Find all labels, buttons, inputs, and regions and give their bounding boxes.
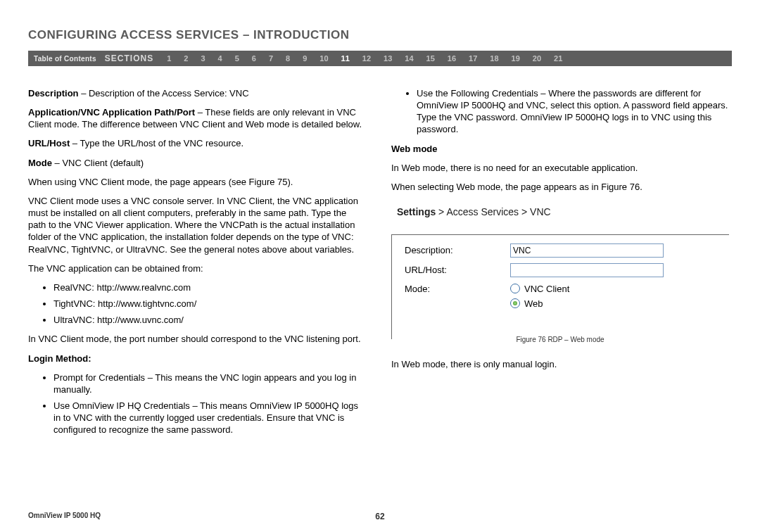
section-link-13[interactable]: 13: [377, 54, 398, 63]
section-link-15[interactable]: 15: [420, 54, 441, 63]
page-title: CONFIGURING ACCESS SERVICES – INTRODUCTI…: [28, 28, 732, 42]
settings-panel: Description: URL/Host: Mode:: [391, 234, 729, 339]
section-link-14[interactable]: 14: [398, 54, 419, 63]
settings-breadcrumb: Settings > Access Services > VNC: [391, 200, 729, 228]
radio-web[interactable]: Web: [510, 298, 569, 310]
web-mode-p1: In Web mode, there is no need for an exe…: [391, 162, 729, 174]
link-ultravnc: UltraVNC: http://www.uvnc.com/: [53, 314, 366, 326]
section-link-1[interactable]: 1: [160, 54, 177, 63]
para-obtain-from: The VNC application can be obtained from…: [28, 262, 366, 274]
figure-caption: Figure 76 RDP – Web mode: [391, 335, 729, 350]
para-figure-ref: When using VNC Client mode, the page app…: [28, 176, 366, 188]
description-label: Description:: [405, 244, 510, 256]
label-description: Description: [28, 88, 79, 99]
section-link-18[interactable]: 18: [483, 54, 505, 63]
label-app-path: Application/VNC Application Path/Port: [28, 107, 195, 118]
para-vnc-client-desc: VNC Client mode uses a VNC console serve…: [28, 195, 366, 255]
credentials-list: Use the Following Credentials – Where th…: [391, 87, 729, 136]
para-url-host: URL/Host – Type the URL/host of the VNC …: [28, 137, 366, 149]
section-link-5[interactable]: 5: [229, 54, 246, 63]
section-link-16[interactable]: 16: [441, 54, 462, 63]
para-app-path: Application/VNC Application Path/Port – …: [28, 106, 366, 130]
toc-link[interactable]: Table of Contents: [34, 55, 105, 63]
content-columns: Description – Description of the Access …: [28, 87, 732, 443]
footer-page-number: 62: [375, 512, 384, 521]
right-column: Use the Following Credentials – Where th…: [391, 87, 729, 443]
vnc-links-list: RealVNC: http://www.realvnc.com TightVNC…: [28, 281, 366, 326]
row-mode: Mode: VNC Client Web: [405, 283, 716, 312]
radio-label-web: Web: [524, 298, 543, 310]
link-tightvnc: TightVNC: http://www.tightvnc.com/: [53, 298, 366, 310]
row-description: Description:: [405, 243, 716, 258]
label-url-host: URL/Host: [28, 138, 70, 148]
section-link-11[interactable]: 11: [335, 54, 356, 63]
figure-76: Settings > Access Services > VNC Descrip…: [391, 200, 729, 350]
section-link-9[interactable]: 9: [296, 54, 313, 63]
para-mode: Mode – VNC Client (default): [28, 157, 366, 169]
document-page: CONFIGURING ACCESS SERVICES – INTRODUCTI…: [0, 0, 760, 532]
section-link-4[interactable]: 4: [212, 54, 229, 63]
section-link-20[interactable]: 20: [526, 54, 547, 63]
radio-vnc-client[interactable]: VNC Client: [510, 283, 569, 295]
web-mode-p2: When selecting Web mode, the page appear…: [391, 181, 729, 193]
login-omniview-item: Use OmniView IP HQ Credentials – This me…: [53, 400, 366, 436]
url-host-label: URL/Host:: [405, 264, 510, 276]
sections-label: SECTIONS: [105, 53, 160, 63]
login-prompt-item: Prompt for Credentials – This means the …: [53, 372, 366, 395]
para-port: In VNC Client mode, the port number shou…: [28, 333, 366, 345]
section-link-6[interactable]: 6: [246, 54, 262, 63]
section-link-12[interactable]: 12: [356, 54, 377, 63]
radio-icon-selected: [510, 298, 520, 308]
web-mode-header: Web mode: [391, 143, 729, 155]
section-link-21[interactable]: 21: [547, 54, 569, 63]
section-link-19[interactable]: 19: [505, 54, 526, 63]
section-link-7[interactable]: 7: [262, 54, 279, 63]
link-realvnc: RealVNC: http://www.realvnc.com: [53, 281, 366, 293]
footer-product: OmniView IP 5000 HQ: [28, 512, 101, 519]
mode-label: Mode:: [405, 283, 510, 295]
url-host-input[interactable]: [510, 263, 664, 277]
page-footer: OmniView IP 5000 HQ 62: [28, 512, 732, 519]
section-link-3[interactable]: 3: [194, 54, 211, 63]
section-link-8[interactable]: 8: [279, 54, 296, 63]
left-column: Description – Description of the Access …: [28, 87, 366, 443]
radio-label-vnc-client: VNC Client: [524, 283, 569, 295]
web-mode-p3: In Web mode, there is only manual login.: [391, 358, 729, 370]
login-method-header: Login Method:: [28, 353, 366, 365]
section-link-17[interactable]: 17: [462, 54, 483, 63]
label-mode: Mode: [28, 158, 52, 168]
use-following-credentials-item: Use the Following Credentials – Where th…: [417, 87, 729, 136]
section-navbar: Table of Contents SECTIONS 1234567891011…: [28, 51, 732, 66]
section-link-2[interactable]: 2: [177, 54, 194, 63]
mode-options: VNC Client Web: [510, 283, 569, 312]
login-method-list: Prompt for Credentials – This means the …: [28, 372, 366, 436]
description-input[interactable]: [510, 243, 664, 258]
para-description: Description – Description of the Access …: [28, 87, 366, 99]
radio-icon: [510, 284, 520, 293]
section-link-10[interactable]: 10: [313, 54, 334, 63]
row-url-host: URL/Host:: [405, 263, 716, 277]
